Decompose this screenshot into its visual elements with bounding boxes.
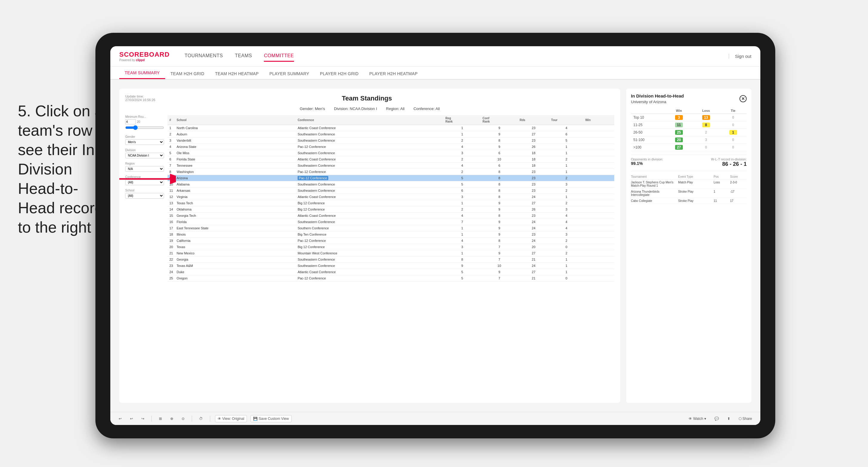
table-row[interactable]: 4 Arizona State Pac-12 Conference 4 9 26… bbox=[167, 144, 614, 150]
cell-rds: 18 bbox=[518, 156, 550, 162]
subnav-team-summary[interactable]: TEAM SUMMARY bbox=[119, 67, 165, 79]
min-rounds-slider[interactable] bbox=[125, 124, 164, 131]
nav-items: TOURNAMENTS TEAMS COMMITTEE bbox=[185, 51, 729, 62]
toolbar-undo[interactable]: ↩ bbox=[116, 415, 124, 422]
cell-reg-rank: 5 bbox=[444, 275, 481, 281]
nav-committee[interactable]: COMMITTEE bbox=[264, 51, 294, 62]
toolbar-view-original[interactable]: 👁 View: Original bbox=[215, 415, 247, 422]
cell-school: Oklahoma bbox=[175, 206, 296, 213]
cell-tour: 2 bbox=[549, 250, 583, 256]
school-select[interactable]: (All) bbox=[125, 193, 164, 198]
toolbar-add[interactable]: ⊕ bbox=[168, 415, 176, 422]
h2h-close-button[interactable]: ✕ bbox=[740, 95, 747, 102]
cell-rank: 22 bbox=[167, 256, 175, 263]
subnav-player-h2h-heatmap[interactable]: PLAYER H2H HEATMAP bbox=[364, 68, 423, 79]
table-row[interactable]: 13 Texas Tech Big 12 Conference 1 9 27 2 bbox=[167, 200, 614, 206]
table-row[interactable]: 15 Georgia Tech Atlantic Coast Conferenc… bbox=[167, 213, 614, 219]
toolbar-grid[interactable]: ⊞ bbox=[157, 415, 164, 422]
cell-conf-rank: 8 bbox=[480, 194, 518, 200]
cell-rank: 2 bbox=[167, 131, 175, 137]
toolbar-undo2[interactable]: ↩ bbox=[128, 415, 135, 422]
filter-conference: Conference: All bbox=[413, 106, 440, 111]
table-row[interactable]: 8 Washington Pac-12 Conference 2 8 23 1 bbox=[167, 169, 614, 175]
table-row[interactable]: 12 Virginia Atlantic Coast Conference 3 … bbox=[167, 194, 614, 200]
table-row[interactable]: 22 Georgia Southeastern Conference 8 7 2… bbox=[167, 256, 614, 263]
cell-conf-rank: 8 bbox=[480, 175, 518, 181]
cell-rds: 18 bbox=[518, 162, 550, 169]
table-row[interactable]: 21 New Mexico Mountain West Conference 1… bbox=[167, 250, 614, 256]
cell-tour: 2 bbox=[549, 200, 583, 206]
gender-select[interactable]: Men's bbox=[125, 139, 164, 145]
t-event-type: Stroke Play bbox=[678, 199, 714, 203]
table-row[interactable]: 5 Ole Miss Southeastern Conference 3 6 1… bbox=[167, 150, 614, 156]
table-row[interactable]: 20 Texas Big 12 Conference 3 7 20 0 bbox=[167, 244, 614, 250]
update-label: Update time: bbox=[125, 95, 155, 98]
sign-out-link[interactable]: Sign out bbox=[729, 54, 751, 59]
toolbar-clock[interactable]: ⏱ bbox=[197, 415, 205, 422]
table-row[interactable]: 17 East Tennessee State Southern Confere… bbox=[167, 225, 614, 231]
cell-tour: 2 bbox=[549, 156, 583, 162]
subnav-team-h2h-heatmap[interactable]: TEAM H2H HEATMAP bbox=[210, 68, 264, 79]
sub-nav: TEAM SUMMARY TEAM H2H GRID TEAM H2H HEAT… bbox=[110, 66, 761, 80]
min-rounds-filter: Minimum Rou... 20 bbox=[125, 115, 164, 131]
toolbar-upload[interactable]: ⬆ bbox=[725, 415, 733, 422]
nav-teams[interactable]: TEAMS bbox=[235, 51, 252, 62]
toolbar-comment[interactable]: 💬 bbox=[712, 415, 721, 422]
table-row[interactable]: 10 Alabama Southeastern Conference 5 8 2… bbox=[167, 181, 614, 188]
tablet-frame: SCOREBOARD Powered by clippd TOURNAMENTS… bbox=[95, 33, 775, 438]
cell-school: Texas A&M bbox=[175, 263, 296, 269]
table-row[interactable]: 18 Illinois Big Ten Conference 1 9 23 3 bbox=[167, 231, 614, 238]
table-row[interactable]: 6 Florida State Atlantic Coast Conferenc… bbox=[167, 156, 614, 162]
table-row[interactable]: 16 Florida Southeastern Conference 7 9 2… bbox=[167, 219, 614, 225]
cell-win bbox=[584, 131, 614, 137]
cell-school: Arizona bbox=[175, 175, 296, 181]
cell-conf-rank: 9 bbox=[480, 269, 518, 275]
nav-tournaments[interactable]: TOURNAMENTS bbox=[185, 51, 223, 62]
logo-area: SCOREBOARD Powered by clippd bbox=[119, 51, 170, 62]
cell-conference: Southeastern Conference bbox=[296, 256, 444, 263]
table-row[interactable]: 2 Auburn Southeastern Conference 1 9 27 … bbox=[167, 131, 614, 137]
cell-conference: Southeastern Conference bbox=[296, 219, 444, 225]
update-time-value: 27/03/2024 16:56:26 bbox=[125, 98, 155, 102]
table-row[interactable]: 19 California Pac-12 Conference 4 8 24 2 bbox=[167, 238, 614, 244]
cell-school: Florida State bbox=[175, 156, 296, 162]
table-row[interactable]: 9 Arizona Pac-12 Conference 5 8 23 2 bbox=[167, 175, 614, 181]
min-rounds-input[interactable] bbox=[125, 119, 136, 124]
opponents-row: Opponents in division: 99.1% W-L-T recor… bbox=[631, 155, 747, 167]
cell-win bbox=[584, 181, 614, 188]
table-row[interactable]: 11 Arkansas Southeastern Conference 6 8 … bbox=[167, 188, 614, 194]
t-name: Arizona Thunderbirds Intercollegiate bbox=[631, 190, 678, 196]
division-select[interactable]: NCAA Division I bbox=[125, 153, 164, 158]
cell-conf-rank: 7 bbox=[480, 256, 518, 263]
cell-school: Auburn bbox=[175, 131, 296, 137]
subnav-player-summary[interactable]: PLAYER SUMMARY bbox=[264, 68, 315, 79]
outer-wrapper: 5. Click on a team's row to see their In… bbox=[0, 0, 868, 467]
table-row[interactable]: 24 Duke Atlantic Coast Conference 5 9 27… bbox=[167, 269, 614, 275]
cell-rank: 16 bbox=[167, 219, 175, 225]
table-row[interactable]: 23 Texas A&M Southeastern Conference 9 1… bbox=[167, 263, 614, 269]
table-row[interactable]: 1 North Carolina Atlantic Coast Conferen… bbox=[167, 125, 614, 131]
h2h-team-name: University of Arizona bbox=[631, 100, 684, 104]
table-row[interactable]: 7 Tennessee Southeastern Conference 4 6 … bbox=[167, 162, 614, 169]
h2h-panel: In Division Head-to-Head University of A… bbox=[626, 89, 751, 403]
cell-rds: 23 bbox=[518, 169, 550, 175]
table-row[interactable]: 14 Oklahoma Big 12 Conference 2 9 26 3 bbox=[167, 206, 614, 213]
toolbar-redo[interactable]: ↪ bbox=[139, 415, 147, 422]
cell-win bbox=[584, 250, 614, 256]
cell-win bbox=[584, 238, 614, 244]
toolbar-share[interactable]: ⬡ Share bbox=[736, 415, 754, 422]
toolbar-circle[interactable]: ⊙ bbox=[179, 415, 187, 422]
subnav-team-h2h-grid[interactable]: TEAM H2H GRID bbox=[165, 68, 210, 79]
h2h-tie: 0 bbox=[719, 121, 747, 129]
toolbar-save-custom-view[interactable]: 💾 Save Custom View bbox=[250, 415, 291, 422]
col-rds: Rds bbox=[518, 115, 550, 125]
table-row[interactable]: 25 Oregon Pac-12 Conference 5 7 21 0 bbox=[167, 275, 614, 281]
toolbar-watch[interactable]: 👁 Watch ▾ bbox=[686, 415, 708, 422]
table-row[interactable]: 3 Vanderbilt Southeastern Conference 2 8… bbox=[167, 137, 614, 144]
cell-conference: Southeastern Conference bbox=[296, 263, 444, 269]
cell-conference: Southeastern Conference bbox=[296, 131, 444, 137]
cell-conference: Pac-12 Conference bbox=[296, 275, 444, 281]
h2h-col-label bbox=[631, 108, 665, 114]
cell-rds: 23 bbox=[518, 231, 550, 238]
subnav-player-h2h-grid[interactable]: PLAYER H2H GRID bbox=[315, 68, 364, 79]
